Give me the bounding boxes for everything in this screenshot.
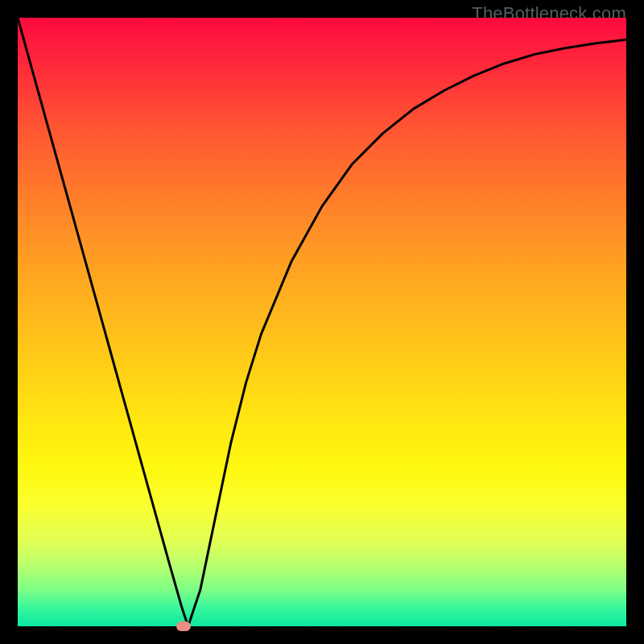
chart-frame	[18, 18, 626, 626]
chart-svg	[18, 18, 626, 626]
optimal-point-marker	[176, 621, 191, 631]
bottleneck-curve-line	[18, 18, 626, 626]
